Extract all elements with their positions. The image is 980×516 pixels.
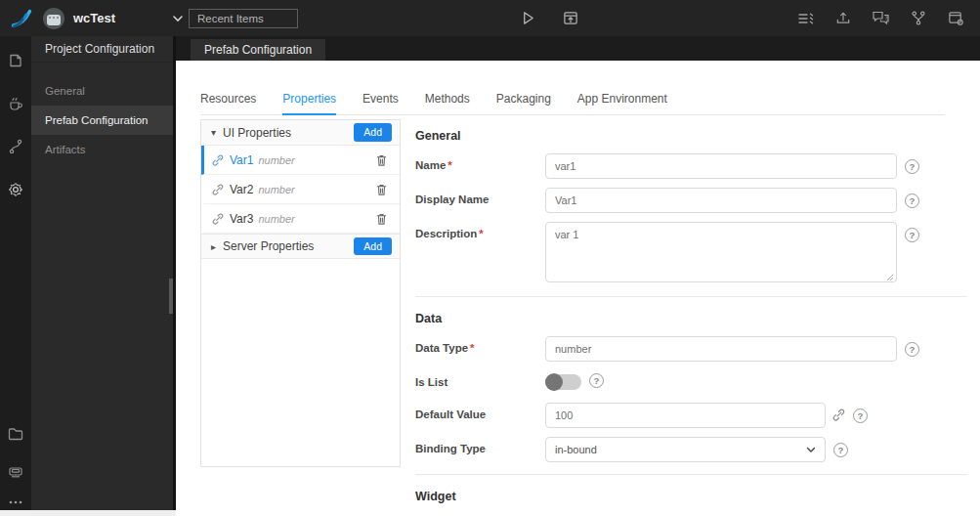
console-log-icon[interactable] [7, 462, 24, 480]
property-name: Var1 [230, 153, 253, 167]
section-title-widget: Widget [415, 490, 967, 503]
name-field-row: Name* ? [415, 153, 967, 179]
display-name-label: Display Name [415, 188, 545, 205]
run-icon[interactable] [520, 10, 536, 26]
property-name: Var2 [230, 183, 253, 196]
project-avatar-dots [49, 17, 59, 19]
section-title-data: Data [415, 312, 967, 325]
binding-type-field-row: Binding Type in-bound ? [415, 437, 967, 462]
export-icon[interactable] [834, 10, 852, 26]
resize-handle-icon[interactable] [886, 274, 894, 281]
binding-type-label: Binding Type [415, 437, 545, 454]
add-ui-property-button[interactable]: Add [354, 123, 392, 142]
data-type-input[interactable] [545, 336, 897, 362]
tab-app-environment[interactable]: App Environment [577, 92, 667, 115]
project-avatar[interactable] [43, 8, 64, 29]
name-input[interactable] [545, 153, 897, 179]
name-label: Name* [415, 153, 545, 171]
wavemaker-logo-icon[interactable] [10, 7, 33, 30]
property-row-var3[interactable]: Var3 number [201, 204, 400, 234]
section-divider [415, 474, 967, 475]
property-detail-form: General Name* ? Display Name ? Descripti… [415, 129, 967, 516]
help-icon[interactable]: ? [833, 443, 848, 457]
caret-down-icon: ▾ [211, 127, 223, 138]
property-row-var2[interactable]: Var2 number [201, 175, 400, 204]
property-name: Var3 [230, 212, 253, 226]
sidebar-scrollbar[interactable] [169, 279, 173, 314]
manage-list-icon[interactable] [797, 11, 815, 26]
properties-list-panel: ▾ UI Properties Add Var1 number Var2 num [200, 119, 401, 467]
project-switch-chevron-icon[interactable] [172, 15, 184, 22]
more-icon[interactable] [7, 494, 24, 511]
description-textarea[interactable]: var 1 [545, 222, 897, 282]
main-content: Resources Properties Events Methods Pack… [176, 61, 980, 510]
sidebar-title: Project Configuration [31, 36, 173, 63]
recent-items-input[interactable]: Recent Items [189, 9, 298, 28]
delete-property-icon[interactable] [375, 153, 388, 167]
apis-connector-icon[interactable] [7, 138, 24, 155]
help-icon[interactable]: ? [905, 228, 919, 242]
tab-packaging[interactable]: Packaging [496, 92, 551, 115]
selected-option: in-bound [555, 444, 597, 455]
document-tab-bar: Prefab Configuration [176, 36, 980, 61]
help-icon[interactable]: ? [905, 159, 919, 174]
help-icon[interactable]: ? [905, 342, 919, 357]
group-label: Server Properties [223, 239, 314, 253]
pages-icon[interactable] [7, 52, 24, 69]
property-type: number [258, 154, 294, 166]
toggle-knob [545, 373, 563, 391]
section-title-general: General [415, 129, 967, 143]
server-properties-group-header[interactable]: ▸ Server Properties Add [201, 234, 400, 259]
description-label: Description* [415, 222, 545, 239]
data-type-field-row: Data Type* ? [415, 336, 967, 362]
help-icon[interactable]: ? [853, 408, 868, 423]
link-icon [212, 184, 224, 195]
default-value-input[interactable] [545, 403, 826, 428]
property-row-var1[interactable]: Var1 number [201, 146, 400, 175]
config-tabs: Resources Properties Events Methods Pack… [200, 92, 945, 115]
label-text: Name [415, 159, 446, 171]
delete-property-icon[interactable] [375, 212, 388, 226]
ui-properties-group-header[interactable]: ▾ UI Properties Add [201, 120, 400, 146]
tab-resources[interactable]: Resources [200, 92, 256, 115]
bind-link-icon[interactable] [832, 408, 845, 421]
required-mark: * [447, 159, 451, 171]
is-list-toggle[interactable] [545, 374, 581, 390]
binding-type-select[interactable]: in-bound [545, 437, 826, 462]
files-folder-icon[interactable] [7, 425, 24, 443]
settings-gear-icon[interactable] [7, 181, 24, 198]
link-icon [212, 154, 224, 166]
help-icon[interactable]: ? [905, 194, 919, 208]
tab-properties[interactable]: Properties [282, 92, 336, 115]
link-icon [212, 213, 224, 225]
project-config-sidebar: Project Configuration General Prefab Con… [31, 36, 176, 510]
label-text: Data Type [415, 342, 468, 354]
sidebar-list: General Prefab Configuration Artifacts [31, 76, 173, 164]
feedback-chat-icon[interactable]: ? [872, 10, 890, 26]
add-server-property-button[interactable]: Add [354, 237, 392, 256]
topbar-tools: ? [797, 0, 964, 36]
delete-property-icon[interactable] [375, 183, 388, 196]
section-divider [415, 296, 967, 297]
group-label: UI Properties [223, 126, 291, 140]
chevron-down-icon [806, 447, 816, 453]
window-switch-icon[interactable] [947, 10, 964, 26]
caret-right-icon: ▸ [211, 241, 223, 252]
sidebar-item-artifacts[interactable]: Artifacts [31, 135, 173, 164]
description-field-row: Description* var 1 ? [415, 222, 967, 285]
sidebar-item-general[interactable]: General [31, 76, 173, 106]
is-list-label: Is List [415, 370, 545, 388]
fork-icon[interactable] [910, 10, 927, 26]
document-tab-prefab-configuration[interactable]: Prefab Configuration [191, 39, 325, 61]
preview-icon[interactable] [562, 10, 579, 26]
left-icon-rail [0, 36, 31, 510]
tab-events[interactable]: Events [362, 92, 399, 115]
tab-methods[interactable]: Methods [425, 92, 470, 115]
help-icon[interactable]: ? [589, 373, 604, 388]
property-type: number [258, 213, 294, 225]
display-name-input[interactable] [545, 188, 897, 213]
project-name: wcTest [73, 11, 115, 25]
services-coffee-icon[interactable] [7, 95, 24, 112]
is-list-field-row: Is List ? [415, 370, 967, 390]
sidebar-item-prefab-configuration[interactable]: Prefab Configuration [31, 106, 173, 135]
